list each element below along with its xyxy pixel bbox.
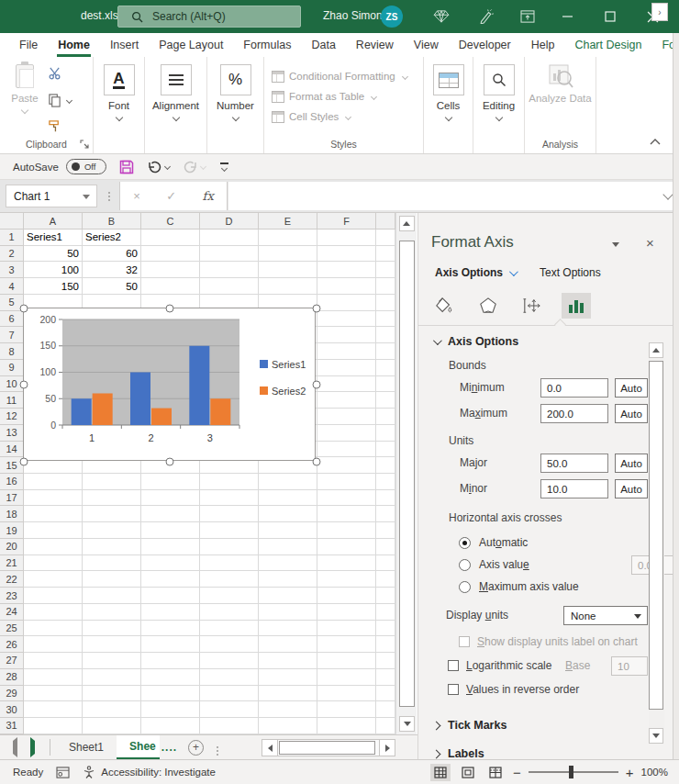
zoom-slider[interactable]: [529, 771, 618, 773]
grid-cell-C26[interactable]: [141, 636, 200, 653]
grid-cell-partial[interactable]: [376, 621, 395, 637]
grid-cell-partial[interactable]: [376, 343, 395, 360]
grid-cell-B18[interactable]: [83, 506, 141, 522]
grid-cell-D26[interactable]: [200, 636, 259, 653]
size-properties-icon[interactable]: [518, 293, 547, 319]
previous-sheet-button[interactable]: [13, 741, 17, 754]
grid-cell-A29[interactable]: [24, 686, 83, 702]
grid-cell-D27[interactable]: [200, 653, 259, 669]
grid-cell-A3[interactable]: 100: [24, 262, 83, 278]
section-axis-options[interactable]: Axis Options: [433, 335, 673, 348]
grid-cell-B31[interactable]: [83, 718, 141, 734]
grid-cell-A16[interactable]: [24, 474, 83, 490]
display-units-dropdown[interactable]: None: [563, 606, 648, 625]
grid-cell-C29[interactable]: [141, 686, 200, 702]
horizontal-scrollbar[interactable]: [262, 739, 395, 756]
grid-cell-B1[interactable]: Series2: [83, 230, 141, 246]
grid-cell-D30[interactable]: [200, 701, 259, 718]
grid-cell-C24[interactable]: [141, 604, 200, 621]
grid-cell-E20[interactable]: [259, 539, 317, 555]
sheet-tab-sheet1[interactable]: Sheet1: [56, 735, 117, 759]
grid-cell-F23[interactable]: [317, 588, 376, 604]
page-layout-view-button[interactable]: [458, 764, 478, 781]
grid-cell-C20[interactable]: [141, 539, 200, 555]
grid-cell-E24[interactable]: [259, 604, 317, 621]
format-painter-button[interactable]: [48, 118, 79, 134]
zoom-in-button[interactable]: +: [626, 765, 634, 780]
grid-cell-partial[interactable]: [376, 327, 395, 343]
row-header-7[interactable]: 7: [0, 327, 24, 343]
grid-cell-E30[interactable]: [259, 701, 317, 718]
reverse-order-checkbox[interactable]: [448, 684, 459, 695]
grid-cell-D23[interactable]: [200, 588, 259, 604]
grid-cell-partial[interactable]: [376, 506, 395, 522]
grid-cell-D22[interactable]: [200, 571, 259, 588]
minimum-input[interactable]: 0.0: [540, 378, 608, 398]
row-header-14[interactable]: 14: [0, 442, 24, 458]
grid-cell-C27[interactable]: [141, 653, 200, 669]
row-header-2[interactable]: 2: [0, 246, 24, 263]
select-all-corner[interactable]: [0, 213, 24, 230]
row-header-1[interactable]: 1: [0, 230, 24, 246]
ribbon-tab-chart-design[interactable]: Chart Design: [564, 33, 651, 57]
grid-cell-F25[interactable]: [317, 621, 376, 637]
section-labels[interactable]: Labels: [433, 747, 673, 759]
grid-cell-A1[interactable]: Series1: [24, 230, 83, 246]
grid-cell-B17[interactable]: [83, 490, 141, 507]
cut-button[interactable]: [48, 64, 79, 81]
row-header-25[interactable]: 25: [0, 621, 24, 637]
confirm-entry-button[interactable]: ✓: [166, 189, 176, 203]
grid-cell-D29[interactable]: [200, 686, 259, 702]
grid-cell-F10[interactable]: [317, 376, 376, 393]
grid-cell-F26[interactable]: [317, 636, 376, 653]
selection-handle[interactable]: [166, 305, 174, 313]
grid-cell-E28[interactable]: [259, 669, 317, 686]
grid-cell-A4[interactable]: 150: [24, 278, 83, 295]
grid-cell-A23[interactable]: [24, 588, 83, 604]
grid-cell-partial[interactable]: [376, 490, 395, 507]
grid-cell-B29[interactable]: [83, 686, 141, 702]
grid-cell-partial[interactable]: [376, 230, 395, 246]
row-header-22[interactable]: 22: [0, 571, 24, 588]
grid-cell-E27[interactable]: [259, 653, 317, 669]
maximum-axis-value-radio[interactable]: [459, 581, 471, 593]
selection-handle[interactable]: [20, 458, 28, 466]
grid-cell-B30[interactable]: [83, 701, 141, 718]
ribbon-display-options-icon[interactable]: [518, 7, 538, 26]
column-header-A[interactable]: A: [24, 213, 83, 230]
grid-cell-D4[interactable]: [200, 278, 259, 295]
grid-cell-C2[interactable]: [141, 246, 200, 263]
grid-cell-F16[interactable]: [317, 474, 376, 490]
minimize-button[interactable]: [558, 7, 578, 26]
ribbon-tab-view[interactable]: View: [404, 33, 449, 57]
grid-cell-D20[interactable]: [200, 539, 259, 555]
ribbon-tab-developer[interactable]: Developer: [449, 33, 521, 57]
grid-cell-B21[interactable]: [83, 555, 141, 572]
row-header-27[interactable]: 27: [0, 653, 24, 669]
scroll-up-button[interactable]: [399, 216, 415, 231]
axis-value-radio[interactable]: [459, 559, 471, 571]
grid-cell-A26[interactable]: [24, 636, 83, 653]
ribbon-tab-formulas[interactable]: Formulas: [233, 33, 301, 57]
redo-button[interactable]: [183, 160, 206, 174]
grid-cell-partial[interactable]: [376, 442, 395, 458]
grid-cell-partial[interactable]: [376, 262, 395, 278]
maximum-input[interactable]: 200.0: [540, 404, 608, 423]
grid-cell-D21[interactable]: [200, 555, 259, 572]
alignment-group-button[interactable]: Alignment: [145, 57, 207, 153]
grid-cell-E25[interactable]: [259, 621, 317, 637]
grid-cell-F15[interactable]: [317, 457, 376, 474]
grid-cell-D28[interactable]: [200, 669, 259, 686]
tab-axis-options[interactable]: Axis Options: [435, 266, 516, 279]
log-scale-checkbox[interactable]: [448, 660, 459, 671]
cancel-entry-button[interactable]: ×: [133, 189, 140, 203]
grid-cell-F30[interactable]: [317, 701, 376, 718]
grid-cell-A19[interactable]: [24, 522, 83, 539]
ribbon-tab-page-layout[interactable]: Page Layout: [149, 33, 233, 57]
row-header-30[interactable]: 30: [0, 701, 24, 718]
base-input[interactable]: 10: [611, 656, 648, 676]
row-header-16[interactable]: 16: [0, 474, 24, 490]
row-header-23[interactable]: 23: [0, 588, 24, 604]
grid-cell-E21[interactable]: [259, 555, 317, 572]
grid-cell-partial[interactable]: [376, 653, 395, 669]
